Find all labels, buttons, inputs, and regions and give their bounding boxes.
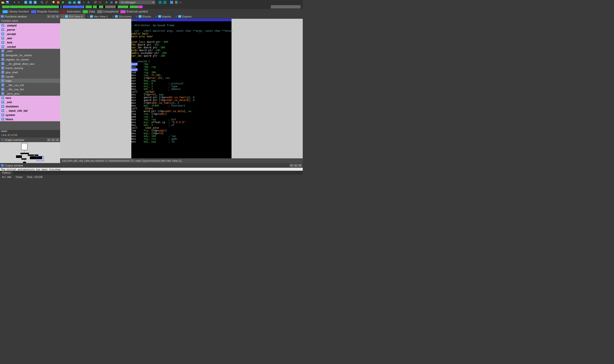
status-disk: Disk: 151GB bbox=[27, 175, 43, 179]
svg-rect-45 bbox=[30, 156, 42, 159]
stop2-icon[interactable] bbox=[114, 0, 118, 4]
disasm-line[interactable]: main proc near bbox=[131, 35, 232, 38]
script-icon[interactable] bbox=[45, 0, 49, 4]
panel-float-icon[interactable]: ◻ bbox=[294, 164, 298, 167]
stop-icon[interactable]: A bbox=[56, 0, 60, 4]
svg-rect-23 bbox=[112, 1, 112, 3]
disasm-line[interactable]: ; Attributes: bp-based frame bbox=[131, 24, 232, 27]
function-item[interactable]: f_accept bbox=[0, 32, 60, 36]
svg-text:A: A bbox=[116, 15, 117, 18]
output-text[interactable]: The initial autoanalysis has been finish… bbox=[0, 168, 303, 171]
function-item[interactable]: fhtons bbox=[0, 117, 60, 121]
dot-green-icon[interactable] bbox=[61, 0, 65, 4]
function-icon: f bbox=[1, 96, 4, 99]
tab-close-icon[interactable]: × bbox=[136, 15, 137, 18]
tab-icon: A bbox=[115, 15, 118, 18]
panel-close-icon[interactable]: ✕ bbox=[298, 164, 302, 167]
function-item[interactable]: fmain bbox=[0, 79, 60, 83]
function-item[interactable]: fframe_dummy bbox=[0, 66, 60, 70]
disasm-line[interactable]: mov edi, eax ; fd bbox=[131, 141, 232, 143]
delete-icon[interactable] bbox=[98, 0, 102, 4]
nav-zoom-box[interactable] bbox=[271, 5, 300, 9]
view-tab[interactable]: ×AStructures bbox=[110, 14, 133, 19]
tab-close-icon[interactable]: × bbox=[112, 15, 114, 18]
text-n-icon[interactable]: N bbox=[33, 0, 37, 4]
tab-close-icon[interactable]: × bbox=[62, 15, 64, 18]
tab-close-icon[interactable]: × bbox=[175, 15, 177, 18]
panel-menu-icon[interactable]: ▾ bbox=[289, 164, 293, 167]
function-item[interactable]: f_fork bbox=[0, 40, 60, 45]
save-icon[interactable] bbox=[6, 0, 9, 4]
panel-float-icon[interactable]: ◻ bbox=[51, 15, 55, 18]
panel-close-icon[interactable]: ✕ bbox=[55, 15, 59, 18]
data-icon[interactable]: dat bbox=[72, 0, 76, 4]
functions-list[interactable]: f_waitpidf_perrorf_acceptf_atoif_forkf_s… bbox=[0, 23, 60, 130]
function-item[interactable]: fgive_shell bbox=[0, 70, 60, 74]
function-item[interactable]: fhandle bbox=[0, 74, 60, 79]
function-item[interactable]: f_perror bbox=[0, 27, 60, 32]
view-tab[interactable]: ×IDIDA View-A bbox=[60, 14, 85, 19]
function-item[interactable]: f_atoi bbox=[0, 36, 60, 40]
pause-icon[interactable] bbox=[110, 0, 113, 4]
function-item[interactable]: f__libc_csu_init bbox=[0, 83, 60, 87]
edit-icon[interactable] bbox=[93, 0, 97, 4]
disasm-line[interactable]: var_18= qword ptr -18h bbox=[131, 54, 232, 57]
function-item[interactable]: fderegister_tm_clones bbox=[0, 53, 60, 57]
cross-icon[interactable] bbox=[87, 0, 90, 4]
svg-text:+: + bbox=[83, 1, 85, 4]
function-item[interactable]: f_exit bbox=[0, 100, 60, 104]
hex-icon[interactable]: 0x bbox=[179, 0, 183, 4]
panel-close-icon[interactable]: ✕ bbox=[55, 138, 59, 141]
function-item[interactable]: f_socket bbox=[0, 45, 60, 49]
options-icon[interactable] bbox=[174, 0, 178, 4]
plus-icon[interactable]: + bbox=[82, 0, 86, 4]
step-over-icon[interactable] bbox=[163, 0, 167, 4]
bulb-icon[interactable] bbox=[52, 0, 55, 4]
legend-item: External symbol bbox=[120, 10, 148, 13]
arrow-right-icon[interactable] bbox=[17, 0, 21, 4]
run-icon[interactable] bbox=[105, 0, 109, 4]
open-icon[interactable] bbox=[1, 0, 5, 4]
python-tab[interactable]: Python bbox=[0, 171, 13, 175]
tab-close-icon[interactable]: × bbox=[155, 15, 157, 18]
view-tab[interactable]: ×Exports bbox=[173, 14, 194, 19]
graph-overview-canvas[interactable] bbox=[0, 142, 60, 163]
view-tab[interactable]: ×Imports bbox=[153, 14, 173, 19]
tab-close-icon[interactable]: × bbox=[87, 15, 89, 18]
graph-node-titlebar[interactable] bbox=[131, 19, 232, 21]
panel-menu-icon[interactable]: ▾ bbox=[47, 138, 51, 141]
svg-rect-24 bbox=[115, 1, 117, 3]
function-item[interactable]: f__libc_csu_fini bbox=[0, 87, 60, 91]
function-item[interactable]: f_term_proc bbox=[0, 91, 60, 96]
debugger-select[interactable]: No debugger bbox=[119, 0, 155, 4]
legend-item: Regular function bbox=[31, 10, 59, 13]
view-tab[interactable]: ×0xHex View-1 bbox=[85, 14, 110, 19]
text-t-icon[interactable]: T bbox=[28, 0, 32, 4]
arrow-left-icon[interactable] bbox=[12, 0, 16, 4]
legend-item: Instruction bbox=[61, 10, 81, 13]
navigation-band[interactable] bbox=[0, 5, 303, 9]
code-icon[interactable]: cod bbox=[68, 0, 72, 4]
svg-text:A: A bbox=[78, 1, 80, 4]
function-item[interactable]: fregister_tm_clones bbox=[0, 57, 60, 62]
panel-float-icon[interactable]: ◻ bbox=[51, 138, 55, 141]
calc-icon[interactable] bbox=[170, 0, 173, 4]
function-item[interactable]: f_waitpid bbox=[0, 23, 60, 27]
disassembly-view[interactable]: ; Attributes: bp-based frame ; int __cde… bbox=[60, 19, 303, 158]
functions-hscroll[interactable] bbox=[0, 130, 60, 132]
function-item[interactable]: f_start bbox=[0, 49, 60, 53]
function-item[interactable]: f__stack_chk_fail bbox=[0, 108, 60, 113]
function-item[interactable]: frecv bbox=[0, 96, 60, 100]
function-item[interactable]: fshutdown bbox=[0, 104, 60, 108]
functions-column-header[interactable]: Function name bbox=[0, 19, 60, 23]
zoom-icon[interactable] bbox=[40, 0, 44, 4]
text-a-icon[interactable]: A bbox=[24, 0, 28, 4]
step-into-icon[interactable] bbox=[158, 0, 162, 4]
function-item[interactable]: f__do_global_dtors_aux bbox=[0, 62, 60, 66]
struct-icon[interactable]: A bbox=[77, 0, 81, 4]
view-tab[interactable]: ×EEnums bbox=[134, 14, 153, 19]
disassembly-content[interactable]: ; Attributes: bp-based frame ; int __cde… bbox=[131, 21, 232, 143]
function-item[interactable]: fsystem bbox=[0, 113, 60, 117]
color-legend: Library functionRegular functionInstruct… bbox=[0, 9, 303, 14]
panel-menu-icon[interactable]: ▾ bbox=[47, 15, 51, 18]
